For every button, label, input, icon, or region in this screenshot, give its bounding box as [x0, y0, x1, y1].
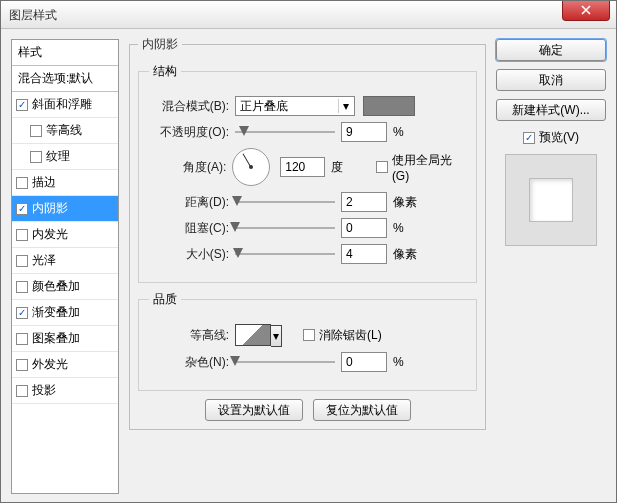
checkbox-icon [16, 99, 28, 111]
style-item-label: 斜面和浮雕 [32, 96, 92, 113]
quality-group: 品质 等高线: ▾ 消除锯齿(L) 杂色(N): 0 % [138, 291, 477, 391]
close-button[interactable] [562, 1, 610, 21]
global-light-checkbox[interactable]: 使用全局光(G) [376, 152, 466, 183]
antialias-label: 消除锯齿(L) [319, 327, 382, 344]
distance-input[interactable]: 2 [341, 192, 387, 212]
blend-mode-label: 混合模式(B): [149, 98, 229, 115]
structure-group: 结构 混合模式(B): 正片叠底 ▾ 不透明度(O): 9 % 角度 [138, 63, 477, 283]
style-item-label: 图案叠加 [32, 330, 80, 347]
opacity-unit: % [393, 125, 425, 139]
style-item-label: 光泽 [32, 252, 56, 269]
checkbox-icon [16, 359, 28, 371]
preview-label: 预览(V) [539, 129, 579, 146]
ok-button[interactable]: 确定 [496, 39, 606, 61]
checkbox-icon [16, 177, 28, 189]
style-item-label: 渐变叠加 [32, 304, 80, 321]
size-slider[interactable] [235, 247, 335, 261]
style-item-1[interactable]: 等高线 [12, 118, 118, 144]
window-title: 图层样式 [9, 7, 57, 24]
blend-mode-combo[interactable]: 正片叠底 ▾ [235, 96, 355, 116]
style-item-label: 投影 [32, 382, 56, 399]
angle-input[interactable]: 120 [280, 157, 325, 177]
style-item-6[interactable]: 光泽 [12, 248, 118, 274]
noise-slider[interactable] [235, 355, 335, 369]
style-item-0[interactable]: 斜面和浮雕 [12, 92, 118, 118]
checkbox-icon [16, 203, 28, 215]
distance-label: 距离(D): [149, 194, 229, 211]
contour-label: 等高线: [149, 327, 229, 344]
angle-unit: 度 [331, 159, 362, 176]
preview-checkbox[interactable]: 预览(V) [523, 129, 579, 146]
dialog-buttons: 确定 取消 新建样式(W)... 预览(V) [496, 39, 606, 246]
settings-panel: 内阴影 结构 混合模式(B): 正片叠底 ▾ 不透明度(O): 9 % [129, 36, 486, 494]
close-icon [580, 1, 592, 19]
style-item-label: 颜色叠加 [32, 278, 80, 295]
size-label: 大小(S): [149, 246, 229, 263]
checkbox-icon [523, 132, 535, 144]
panel-title: 内阴影 [138, 36, 182, 53]
blend-mode-value: 正片叠底 [240, 98, 288, 115]
checkbox-icon [30, 125, 42, 137]
style-item-label: 等高线 [46, 122, 82, 139]
chevron-down-icon: ▾ [271, 325, 282, 347]
checkbox-icon [30, 151, 42, 163]
styles-header[interactable]: 样式 [12, 40, 118, 66]
noise-label: 杂色(N): [149, 354, 229, 371]
chevron-down-icon: ▾ [338, 99, 352, 113]
checkbox-icon [16, 229, 28, 241]
style-item-label: 纹理 [46, 148, 70, 165]
new-style-button[interactable]: 新建样式(W)... [496, 99, 606, 121]
blending-options-item[interactable]: 混合选项:默认 [12, 66, 118, 92]
checkbox-icon [303, 329, 315, 341]
angle-label: 角度(A): [149, 159, 226, 176]
style-item-8[interactable]: 渐变叠加 [12, 300, 118, 326]
choke-label: 阻塞(C): [149, 220, 229, 237]
style-item-label: 内发光 [32, 226, 68, 243]
preview-swatch [529, 178, 573, 222]
distance-slider[interactable] [235, 195, 335, 209]
structure-title: 结构 [149, 63, 181, 80]
styles-list: 样式 混合选项:默认 斜面和浮雕等高线纹理描边内阴影内发光光泽颜色叠加渐变叠加图… [11, 39, 119, 494]
antialias-checkbox[interactable]: 消除锯齿(L) [303, 327, 382, 344]
checkbox-icon [16, 255, 28, 267]
style-item-5[interactable]: 内发光 [12, 222, 118, 248]
inner-shadow-group: 内阴影 结构 混合模式(B): 正片叠底 ▾ 不透明度(O): 9 % [129, 36, 486, 430]
style-item-label: 内阴影 [32, 200, 68, 217]
checkbox-icon [16, 333, 28, 345]
opacity-input[interactable]: 9 [341, 122, 387, 142]
distance-unit: 像素 [393, 194, 425, 211]
size-unit: 像素 [393, 246, 425, 263]
style-item-label: 描边 [32, 174, 56, 191]
style-item-3[interactable]: 描边 [12, 170, 118, 196]
quality-title: 品质 [149, 291, 181, 308]
opacity-label: 不透明度(O): [149, 124, 229, 141]
cancel-button[interactable]: 取消 [496, 69, 606, 91]
layer-style-dialog: 图层样式 样式 混合选项:默认 斜面和浮雕等高线纹理描边内阴影内发光光泽颜色叠加… [0, 0, 617, 503]
choke-slider[interactable] [235, 221, 335, 235]
checkbox-icon [16, 281, 28, 293]
size-input[interactable]: 4 [341, 244, 387, 264]
style-item-10[interactable]: 外发光 [12, 352, 118, 378]
checkbox-icon [16, 307, 28, 319]
make-default-button[interactable]: 设置为默认值 [205, 399, 303, 421]
noise-input[interactable]: 0 [341, 352, 387, 372]
style-item-2[interactable]: 纹理 [12, 144, 118, 170]
noise-unit: % [393, 355, 425, 369]
titlebar: 图层样式 [1, 1, 616, 29]
choke-input[interactable]: 0 [341, 218, 387, 238]
style-item-4[interactable]: 内阴影 [12, 196, 118, 222]
angle-dial[interactable] [232, 148, 270, 186]
opacity-slider[interactable] [235, 125, 335, 139]
style-item-label: 外发光 [32, 356, 68, 373]
style-item-11[interactable]: 投影 [12, 378, 118, 404]
checkbox-icon [16, 385, 28, 397]
checkbox-icon [376, 161, 388, 173]
shadow-color-swatch[interactable] [363, 96, 415, 116]
style-item-7[interactable]: 颜色叠加 [12, 274, 118, 300]
reset-default-button[interactable]: 复位为默认值 [313, 399, 411, 421]
choke-unit: % [393, 221, 425, 235]
preview-thumbnail [505, 154, 597, 246]
global-light-label: 使用全局光(G) [392, 152, 466, 183]
style-item-9[interactable]: 图案叠加 [12, 326, 118, 352]
contour-picker[interactable]: ▾ [235, 324, 271, 346]
